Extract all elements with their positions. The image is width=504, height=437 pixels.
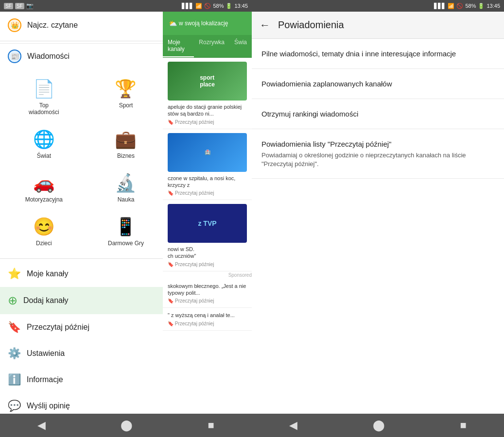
notification-lista-subtitle: Powiadamiaj o określonej godzinie o niep…: [261, 151, 494, 168]
overlay-thumb-2: 🏥: [168, 133, 247, 172]
bottom-nav-right: ◀ ⬤ ■: [252, 414, 504, 437]
overlay-news-1[interactable]: sportplace apeluje do stacji granie pols…: [163, 58, 252, 129]
darmowe-label: Darmowe Gry: [108, 240, 144, 247]
nauka-label: Nauka: [118, 196, 135, 203]
overlay-tab-moje[interactable]: Moje kanały: [163, 35, 194, 57]
overlay-read-later-5[interactable]: 🔖 Przeczytaj później: [168, 321, 247, 326]
dzieci-icon: 😊: [33, 217, 55, 237]
overlay-thumb-1: sportplace: [168, 62, 247, 101]
overlay-text-4: skokowym błecznego. „Jest a nie typowy p…: [168, 283, 247, 297]
overlay-read-later-4[interactable]: 🔖 Przeczytaj później: [168, 298, 247, 303]
overlay-news-2[interactable]: 🏥 czone w szpitalu, a nosi koc, krzyczy …: [163, 129, 252, 201]
notification-lista-title: Powiadomienia listy "Przeczytaj później": [261, 139, 494, 149]
notifications-list: Pilne wiadomości, tematy dnia i inne int…: [252, 39, 504, 414]
category-swiat[interactable]: 🌐 Świat: [4, 123, 84, 165]
dzieci-label: Dzieci: [36, 240, 52, 247]
overlay-text-1: apeluje do stacji granie polskiej stów s…: [168, 103, 247, 118]
biznes-icon: 💼: [115, 129, 137, 150]
sf-icon-1: SF: [4, 3, 13, 9]
most-read-icon: 👑: [8, 18, 21, 32]
signal-icon-right: ▋▋▋: [434, 3, 446, 9]
news-section-left: 📰 Wiadomości: [8, 50, 70, 63]
recents-button-left[interactable]: ■: [204, 415, 218, 436]
overlay-text-2: czone w szpitalu, a nosi koc, krzyczy z: [168, 175, 247, 189]
top-news-icon: 📄: [33, 79, 55, 99]
notification-rankingi[interactable]: Otrzymuj rankingi wiadomości: [252, 99, 504, 129]
overlay-tab-swia[interactable]: Świa: [229, 35, 252, 57]
bottom-nav-left: ◀ ⬤ ■: [0, 414, 252, 437]
wyslij-icon: 💬: [8, 400, 21, 412]
overlay-tabs: Moje kanały Rozrywka Świa: [163, 35, 252, 58]
dodaj-icon: ⊕: [8, 294, 17, 307]
overlay-read-later-2[interactable]: 🔖 Przeczytaj później: [168, 190, 247, 196]
weather-icon: ⛅: [169, 19, 177, 27]
back-button-left[interactable]: ◀: [34, 415, 50, 436]
time-display: 13:45: [234, 3, 248, 9]
informacje-icon: ℹ️: [8, 373, 21, 386]
darmowe-icon: 📱: [115, 217, 137, 237]
no-sim-icon: 🚫: [204, 3, 211, 9]
news-feed-overlay: ⛅ w swoją lokalizację Moje kanały Rozryw…: [163, 12, 252, 414]
overlay-tab-rozrywka[interactable]: Rozrywka: [194, 35, 229, 57]
most-read-label: Najcz. czytane: [27, 21, 78, 30]
category-motoryzacja[interactable]: 🚗 Motoryzacyjna: [4, 167, 84, 209]
ustawienia-icon: ⚙️: [8, 347, 21, 360]
battery-icon-right: 🔋: [478, 3, 485, 9]
overlay-text-3: nowi w SD.ch uczniów": [168, 246, 247, 260]
motoryzacja-label: Motoryzacyjna: [25, 196, 63, 203]
overlay-news-4[interactable]: skokowym błecznego. „Jest a nie typowy p…: [163, 279, 252, 308]
overlay-read-later-1[interactable]: 🔖 Przeczytaj później: [168, 119, 247, 125]
news-icon: 📰: [8, 50, 21, 63]
biznes-label: Biznes: [117, 152, 135, 159]
notification-zaplanowane[interactable]: Powiadomienia zaplanowanych kanałów: [252, 69, 504, 99]
battery-right: 58%: [465, 3, 476, 9]
back-button-right[interactable]: ←: [260, 19, 270, 32]
status-bar-left: SF SF 📷 ▋▋▋ 📶 🚫 58% 🔋 13:45: [0, 0, 252, 12]
home-button-left[interactable]: ⬤: [117, 415, 137, 436]
przeczytaj-icon: 🔖: [8, 321, 21, 334]
news-label: Wiadomości: [27, 52, 70, 61]
overlay-news-3[interactable]: z TVP nowi w SD.ch uczniów" 🔖 Przeczytaj…: [163, 200, 252, 271]
swiat-label: Świat: [37, 152, 51, 159]
notification-pilne-title: Pilne wiadomości, tematy dnia i inne int…: [261, 49, 494, 59]
category-nauka[interactable]: 🔬 Nauka: [86, 167, 166, 209]
status-info-right: ▋▋▋ 📶 🚫 58% 🔋 13:45: [182, 3, 248, 9]
category-darmowe[interactable]: 📱 Darmowe Gry: [86, 211, 166, 252]
notification-pilne[interactable]: Pilne wiadomości, tematy dnia i inne int…: [252, 39, 504, 69]
notification-zaplanowane-title: Powiadomienia zaplanowanych kanałów: [261, 79, 494, 89]
right-panel: ▋▋▋ 📶 🚫 58% 🔋 13:45 ← Powiadomienia Piln…: [252, 0, 504, 437]
back-button-right-nav[interactable]: ◀: [285, 415, 301, 436]
overlay-sponsored: Sponsored: [163, 271, 252, 279]
motoryzacja-icon: 🚗: [33, 173, 55, 193]
moje-kanaly-icon: ⭐: [8, 268, 21, 280]
notification-lista[interactable]: Powiadomienia listy "Przeczytaj później"…: [252, 129, 504, 179]
notification-rankingi-title: Otrzymuj rankingi wiadomości: [261, 109, 494, 119]
status-icons-left: SF SF 📷: [4, 2, 34, 9]
nauka-icon: 🔬: [115, 173, 137, 193]
wifi-icon: 📶: [195, 3, 202, 9]
overlay-thumb-3: z TVP: [168, 204, 247, 243]
overlay-read-later-3[interactable]: 🔖 Przeczytaj później: [168, 262, 247, 267]
overlay-header-text: w swoją lokalizację: [179, 20, 228, 27]
overlay-news-5[interactable]: " z wyższą ceną i analał te... 🔖 Przeczy…: [163, 308, 252, 330]
top-news-label: Topwiadomości: [29, 102, 59, 116]
swiat-icon: 🌐: [33, 129, 55, 150]
home-button-right-nav[interactable]: ⬤: [369, 415, 389, 436]
time-right: 13:45: [487, 3, 500, 9]
status-bar-right: ▋▋▋ 📶 🚫 58% 🔋 13:45: [252, 0, 504, 12]
category-sport[interactable]: 🏆 Sport: [86, 73, 166, 121]
overlay-text-5: " z wyższą ceną i analał te...: [168, 312, 247, 319]
page-title: Powiadomienia: [278, 19, 344, 31]
wifi-icon-right: 📶: [448, 3, 454, 9]
right-header: ← Powiadomienia: [252, 12, 504, 39]
battery-level: 58%: [213, 3, 224, 9]
recents-button-right-nav[interactable]: ■: [456, 415, 470, 436]
category-top-news[interactable]: 📄 Topwiadomości: [4, 73, 84, 121]
left-panel: SF SF 📷 ▋▋▋ 📶 🚫 58% 🔋 13:45 👑 Najcz. czy…: [0, 0, 252, 437]
battery-icon: 🔋: [226, 3, 232, 9]
sport-label: Sport: [119, 102, 133, 109]
signal-icon: ▋▋▋: [182, 3, 193, 9]
category-dzieci[interactable]: 😊 Dzieci: [4, 211, 84, 252]
camera-icon: 📷: [26, 2, 34, 9]
category-biznes[interactable]: 💼 Biznes: [86, 123, 166, 165]
